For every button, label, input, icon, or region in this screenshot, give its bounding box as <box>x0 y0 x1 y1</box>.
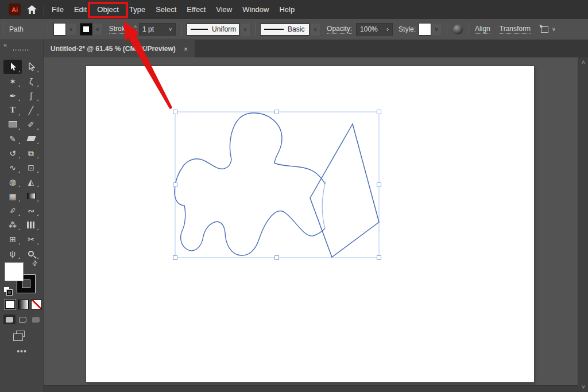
menu-view[interactable]: View <box>211 0 237 19</box>
divider <box>48 22 48 36</box>
stroke-weight-stepper[interactable]: ˄ ˅ <box>134 25 137 34</box>
menu-edit[interactable]: Edit <box>69 0 92 19</box>
fill-color-swatch[interactable] <box>54 24 65 35</box>
document-tab-title: Untitled-2* @ 61.45 % (CMYK/Preview) <box>51 45 176 53</box>
line-segment-icon: ╱ <box>29 106 33 114</box>
app-logo-icon[interactable]: Ai <box>9 3 21 15</box>
stroke-weight-field[interactable]: 1 pt ∨ <box>139 23 176 36</box>
width-tool[interactable]: ∿ <box>3 160 22 174</box>
width-profile-field[interactable]: Uniform <box>187 24 239 36</box>
toolbar-grip[interactable] <box>13 49 30 51</box>
drawing-modes-row <box>3 315 42 324</box>
isolate-selection-icon[interactable] <box>541 26 548 33</box>
curvature-tool[interactable]: ʃ <box>22 88 40 103</box>
direct-selection-tool[interactable] <box>22 60 40 74</box>
symbol-sprayer-tool[interactable]: ⁂ <box>3 218 22 232</box>
perspective-grid-tool[interactable]: ◭ <box>22 174 40 189</box>
artboard-tool[interactable]: ⊞ <box>3 232 22 246</box>
horizontal-scrollbar[interactable] <box>44 385 578 392</box>
profile-line-icon <box>191 29 208 30</box>
eraser-tool[interactable] <box>22 131 40 146</box>
draw-inside-button[interactable] <box>30 315 42 324</box>
eyedropper-tool[interactable]: ✑ <box>3 203 22 218</box>
lasso-tool[interactable]: ζ <box>22 74 40 88</box>
tab-bar: Untitled-2* @ 61.45 % (CMYK/Preview) × <box>44 40 588 57</box>
menu-effect[interactable]: Effect <box>181 0 211 19</box>
width-icon: ∿ <box>9 164 16 172</box>
rectangle-tool[interactable] <box>3 117 22 131</box>
scale-tool[interactable]: ⧉ <box>22 146 40 160</box>
brush-dropdown-button[interactable]: ∨ <box>311 24 320 36</box>
stroke-dropdown-button[interactable]: ∨ <box>93 24 102 35</box>
type-tool[interactable]: T <box>3 103 22 117</box>
document-tab[interactable]: Untitled-2* @ 61.45 % (CMYK/Preview) × <box>44 40 195 57</box>
menu-type[interactable]: Type <box>124 0 150 19</box>
fill-dropdown-button[interactable]: ∨ <box>67 24 76 35</box>
recolor-artwork-icon[interactable] <box>453 25 463 34</box>
options-dropdown-icon[interactable]: ∨ <box>552 26 556 32</box>
shaper-tool[interactable]: ✎ <box>3 131 22 146</box>
zoom-tool[interactable] <box>22 246 40 261</box>
line-segment-tool[interactable]: ╱ <box>22 103 40 117</box>
stroke-color-swatch[interactable] <box>80 24 92 35</box>
mesh-tool[interactable]: ▦ <box>3 189 22 203</box>
default-stroke-mini-icon[interactable] <box>7 290 12 295</box>
paintbrush-tool[interactable]: ✐ <box>22 117 40 131</box>
stroke-panel-link[interactable]: Stroke <box>109 25 129 34</box>
collapse-toolbar-button[interactable]: « <box>3 41 7 48</box>
artboard[interactable] <box>86 66 534 382</box>
magic-wand-tool[interactable]: ✶ <box>3 74 22 88</box>
menu-object[interactable]: Object <box>92 0 124 19</box>
column-graph-tool[interactable] <box>22 218 40 232</box>
style-label: Style: <box>399 25 416 33</box>
opacity-expand-icon[interactable]: › <box>386 25 389 33</box>
close-tab-icon[interactable]: × <box>184 45 188 53</box>
shape-builder-tool[interactable]: ◍ <box>3 174 22 189</box>
brush-definition-field[interactable]: Basic <box>260 24 310 36</box>
eraser-icon <box>26 136 36 141</box>
free-transform-tool[interactable]: ⊡ <box>22 160 40 174</box>
paintbrush-icon: ✐ <box>28 121 34 129</box>
menu-window[interactable]: Window <box>237 0 274 19</box>
blend-tool[interactable]: ∾ <box>22 203 40 218</box>
opacity-field[interactable]: 100% › <box>356 23 393 36</box>
menu-file[interactable]: File <box>47 0 69 19</box>
hand-tool[interactable]: ψ <box>3 246 22 261</box>
style-swatch[interactable] <box>419 24 431 35</box>
scroll-down-icon[interactable]: ˅ <box>578 384 588 390</box>
edit-toolbar-button[interactable]: ••• <box>0 347 44 356</box>
panel-grip[interactable] <box>1 22 5 37</box>
slice-tool[interactable]: ✂ <box>22 232 40 246</box>
illustrator-window: Ai File Edit Object Type Select Effect V… <box>0 0 588 392</box>
none-button[interactable] <box>31 300 42 309</box>
width-profile-dropdown-button[interactable]: ∨ <box>241 24 250 36</box>
align-link[interactable]: Align <box>475 25 490 34</box>
paint-style-row <box>5 300 42 309</box>
eyedropper-icon: ✑ <box>7 205 18 215</box>
selection-tool[interactable] <box>3 60 22 74</box>
fill-indicator[interactable] <box>5 263 23 281</box>
home-button[interactable] <box>27 5 37 14</box>
stepper-down-icon[interactable]: ˅ <box>134 29 137 34</box>
menu-help[interactable]: Help <box>274 0 300 19</box>
pen-tool[interactable]: ✒ <box>3 88 22 103</box>
scroll-up-icon[interactable]: ˄ <box>578 59 588 65</box>
transform-link[interactable]: Transform <box>500 25 531 34</box>
change-screen-mode-icon[interactable] <box>16 331 25 337</box>
stroke-weight-dropdown-icon[interactable]: ∨ <box>168 26 172 32</box>
draw-behind-button[interactable] <box>17 315 29 324</box>
gradient-button[interactable] <box>18 300 29 309</box>
gradient-tool[interactable] <box>22 189 40 203</box>
draw-normal-button[interactable] <box>3 315 16 324</box>
style-dropdown-button[interactable]: ∨ <box>432 24 441 35</box>
mesh-icon: ▦ <box>9 192 16 200</box>
brush-line-icon <box>264 29 284 30</box>
menu-select[interactable]: Select <box>150 0 181 19</box>
vertical-scrollbar[interactable]: ˄ ˅ <box>578 57 588 392</box>
color-button[interactable] <box>5 300 16 309</box>
opacity-link[interactable]: Opacity: <box>327 25 352 34</box>
gradient-icon <box>27 193 36 199</box>
canvas-area[interactable]: ˄ ˅ <box>44 57 588 392</box>
draw-behind-icon <box>19 317 26 323</box>
rotate-tool[interactable]: ↺ <box>3 146 22 160</box>
